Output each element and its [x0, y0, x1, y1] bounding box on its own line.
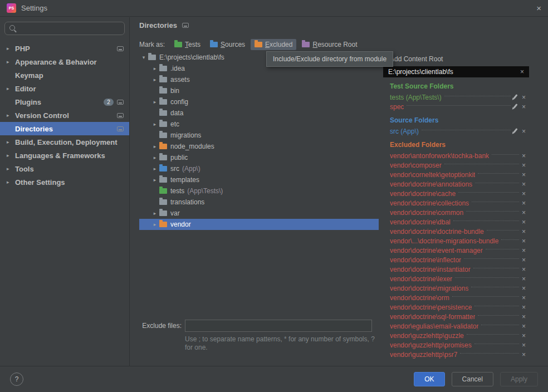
chevron-right-icon[interactable]: ▸: [150, 166, 159, 171]
sidebar-item-keymap[interactable]: Keymap: [0, 68, 129, 82]
remove-icon[interactable]: ×: [522, 94, 526, 101]
remove-icon[interactable]: ×: [522, 219, 526, 226]
sidebar-item-editor[interactable]: ▸Editor: [0, 82, 129, 95]
tree-item-assets[interactable]: ▸assets: [139, 74, 379, 85]
tree-item-vendor[interactable]: ▸vendor: [139, 219, 379, 230]
sidebar-item-directories[interactable]: Directories: [0, 122, 129, 135]
folder-link[interactable]: vendor\...\doctrine-migrations-bundle: [390, 237, 498, 245]
folder-link[interactable]: vendor\guzzlehttp\promises: [390, 341, 472, 349]
folder-link[interactable]: vendor\doctrine\collections: [390, 199, 469, 207]
folder-link[interactable]: vendor\doctrine\event-manager: [390, 247, 483, 254]
tree-item-public[interactable]: ▸public: [139, 152, 379, 163]
mark-resource-root-button[interactable]: Resource Root: [298, 39, 361, 50]
remove-icon[interactable]: ×: [522, 181, 526, 188]
cancel-button[interactable]: Cancel: [452, 372, 493, 386]
folder-link[interactable]: vendor\doctrine\instantiator: [390, 266, 471, 273]
folder-link[interactable]: vendor\guzzlehttp\psr7: [390, 351, 457, 359]
exclude-files-input[interactable]: [185, 320, 372, 332]
sidebar-item-version-control[interactable]: ▸Version Control: [0, 109, 129, 122]
folder-link[interactable]: vendor\antonforwork\tochka-bank: [390, 152, 489, 160]
edit-icon[interactable]: [513, 104, 517, 109]
folder-link[interactable]: src (App\): [390, 128, 419, 135]
tree-item-translations[interactable]: translations: [139, 197, 379, 208]
remove-icon[interactable]: ×: [522, 228, 526, 235]
remove-icon[interactable]: ×: [522, 209, 526, 216]
folder-link[interactable]: vendor\doctrine\sql-formatter: [390, 313, 475, 321]
folder-link[interactable]: vendor\doctrine\persistence: [390, 303, 472, 311]
remove-icon[interactable]: ×: [522, 342, 526, 349]
mark-sources-button[interactable]: Sources: [206, 39, 249, 50]
chevron-right-icon[interactable]: ▸: [150, 222, 159, 227]
remove-icon[interactable]: ×: [522, 351, 526, 358]
chevron-right-icon[interactable]: ▸: [150, 66, 159, 71]
folder-link[interactable]: spec: [390, 103, 404, 111]
remove-icon[interactable]: ×: [522, 257, 526, 263]
project-config-icon[interactable]: [182, 23, 189, 28]
chevron-right-icon[interactable]: ▸: [150, 144, 159, 149]
chevron-right-icon[interactable]: ▸: [150, 77, 159, 82]
sidebar-item-languages-frameworks[interactable]: ▸Languages & Frameworks: [0, 149, 129, 162]
tree-item-node-modules[interactable]: ▸node_modules: [139, 141, 379, 152]
add-content-root-button[interactable]: Add Content Root: [383, 54, 529, 64]
folder-link[interactable]: vendor\doctrine\inflector: [390, 256, 461, 264]
tree-item-src[interactable]: ▸src(App\): [139, 163, 379, 174]
sidebar-item-appearance-behavior[interactable]: ▸Appearance & Behavior: [0, 55, 129, 68]
sidebar-item-other-settings[interactable]: ▸Other Settings: [0, 175, 129, 189]
folder-link[interactable]: vendor\doctrine\common: [390, 209, 463, 217]
tree-item-tests[interactable]: tests(App\Tests\): [139, 185, 379, 197]
folder-link[interactable]: tests (App\Tests\): [390, 94, 442, 101]
remove-icon[interactable]: ×: [522, 285, 526, 292]
remove-icon[interactable]: ×: [522, 128, 526, 135]
chevron-right-icon[interactable]: ▸: [150, 99, 159, 105]
folder-link[interactable]: vendor\doctrine\orm: [390, 294, 449, 302]
sidebar-item-tools[interactable]: ▸Tools: [0, 162, 129, 175]
remove-icon[interactable]: ×: [522, 104, 526, 110]
remove-icon[interactable]: ×: [522, 276, 526, 282]
remove-icon[interactable]: ×: [522, 153, 526, 159]
tree-item-migrations[interactable]: migrations: [139, 130, 379, 141]
folder-link[interactable]: vendor\composer: [390, 161, 442, 169]
remove-icon[interactable]: ×: [522, 332, 526, 339]
remove-icon[interactable]: ×: [522, 200, 526, 207]
folder-link[interactable]: vendor\guzzlehttp\guzzle: [390, 332, 464, 340]
remove-icon[interactable]: ×: [522, 171, 526, 178]
mark-tests-button[interactable]: Tests: [170, 39, 204, 50]
tree-item-data[interactable]: data: [139, 107, 379, 119]
folder-link[interactable]: vendor\doctrine\migrations: [390, 285, 468, 292]
apply-button[interactable]: Apply: [500, 372, 538, 386]
edit-icon[interactable]: [513, 94, 517, 99]
remove-content-root-icon[interactable]: ×: [520, 68, 524, 75]
settings-search-input[interactable]: [18, 24, 124, 33]
mark-excluded-button[interactable]: Excluded: [251, 39, 296, 50]
remove-icon[interactable]: ×: [522, 304, 526, 311]
help-button[interactable]: ?: [10, 373, 23, 386]
sidebar-item-plugins[interactable]: Plugins2: [0, 95, 129, 109]
chevron-right-icon[interactable]: ▸: [150, 121, 159, 127]
folder-link[interactable]: vendor\doctrine\doctrine-bundle: [390, 228, 484, 236]
sidebar-item-php[interactable]: ▸PHP: [0, 42, 129, 55]
remove-icon[interactable]: ×: [522, 247, 526, 254]
folder-link[interactable]: vendor\doctrine\dbal: [390, 218, 451, 226]
ok-button[interactable]: OK: [414, 372, 444, 386]
remove-icon[interactable]: ×: [522, 238, 526, 244]
folder-link[interactable]: vendor\egulias\email-validator: [390, 322, 478, 330]
remove-icon[interactable]: ×: [522, 323, 526, 330]
tree-item-config[interactable]: ▸config: [139, 96, 379, 107]
settings-search[interactable]: [4, 22, 125, 35]
chevron-right-icon[interactable]: ▸: [150, 210, 159, 216]
chevron-down-icon[interactable]: ▾: [139, 55, 148, 60]
folder-link[interactable]: vendor\doctrine\annotations: [390, 180, 472, 188]
chevron-right-icon[interactable]: ▸: [150, 177, 159, 183]
edit-icon[interactable]: [513, 128, 517, 133]
remove-icon[interactable]: ×: [522, 162, 526, 169]
tree-item-var[interactable]: ▸var: [139, 208, 379, 219]
sidebar-item-build-execution-deployment[interactable]: ▸Build, Execution, Deployment: [0, 135, 129, 149]
chevron-right-icon[interactable]: ▸: [150, 155, 159, 160]
tree-item-bin[interactable]: bin: [139, 85, 379, 96]
close-icon[interactable]: ×: [536, 4, 541, 12]
folder-link[interactable]: vendor\doctrine\cache: [390, 190, 456, 198]
tree-item-etc[interactable]: ▸etc: [139, 119, 379, 130]
folder-link[interactable]: vendor\doctrine\lexer: [390, 275, 452, 283]
folder-link[interactable]: vendor\corneltek\getoptionkit: [390, 171, 475, 179]
remove-icon[interactable]: ×: [522, 266, 526, 273]
